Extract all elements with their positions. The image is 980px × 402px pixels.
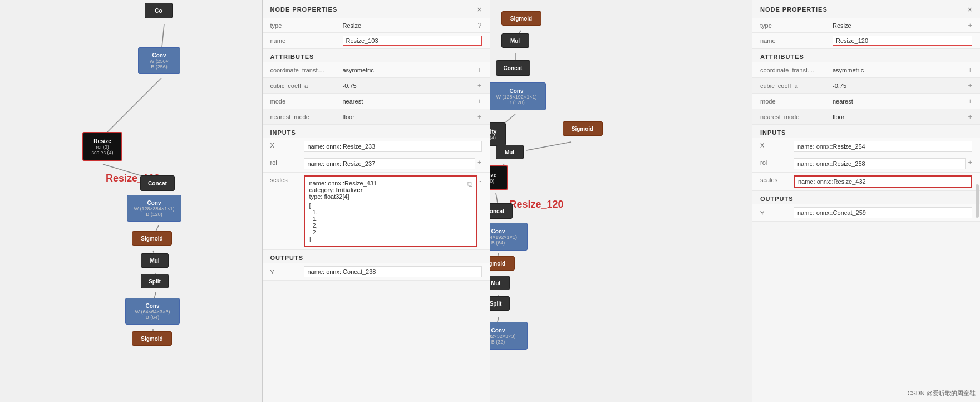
left-attr-value-1: -0.75 xyxy=(343,82,477,89)
left-scales-type: type: float32[4] xyxy=(309,193,472,200)
left-close-button[interactable]: × xyxy=(477,6,481,13)
node-co[interactable]: Co xyxy=(145,3,173,18)
left-graph-canvas: Co Conv W (256× B (256) Resize roi (0) s… xyxy=(0,0,262,402)
right-attr-plus-1[interactable]: + xyxy=(968,81,972,90)
right-name-input[interactable] xyxy=(833,36,972,46)
node-mul4[interactable]: Mul xyxy=(490,276,510,290)
left-input-scales-row: scales name: onnx::Resize_431 category: … xyxy=(263,173,490,250)
left-graph-panel: Co Conv W (256× B (256) Resize roi (0) s… xyxy=(0,0,262,402)
left-output-y-label: Y xyxy=(270,268,304,276)
left-attr-row-3: nearest_mode floor + xyxy=(263,109,490,125)
right-inputs-header: INPUTS xyxy=(752,125,980,138)
left-scales-values: [ 1, 1, 2, 2] xyxy=(309,202,472,242)
right-attr-label-3: nearest_mode xyxy=(760,114,833,120)
left-scales-minus-icon[interactable]: - xyxy=(479,175,481,185)
node-resize103[interactable]: Resize roi (0) scales (4) xyxy=(82,132,122,161)
right-graph-panel: Sigmoid Mul Concat Conv W (128×192×1×1) … xyxy=(490,0,752,402)
left-inputs-header: INPUTS xyxy=(263,125,490,138)
right-name-label: name xyxy=(760,37,833,44)
node-conv2[interactable]: Conv W (128×384×1×1) B (128) xyxy=(127,195,181,222)
node-conv6[interactable]: Conv W (32×32×3×3) B (32) xyxy=(490,322,528,350)
right-attr-value-0: asymmetric xyxy=(833,67,968,73)
right-input-scales-row: scales name: onnx::Resize_432 xyxy=(752,173,980,191)
node-sigmoid2[interactable]: Sigmoid xyxy=(132,331,172,346)
right-attr-row-1: cubic_coeff_a -0.75 + xyxy=(752,78,980,94)
right-props-title: NODE PROPERTIES xyxy=(760,6,828,13)
right-attr-value-1: -0.75 xyxy=(833,82,968,89)
left-attr-plus-3[interactable]: + xyxy=(477,112,482,121)
left-attr-value-2: nearest xyxy=(343,98,477,105)
right-name-row: name xyxy=(752,33,980,49)
left-copy-icon[interactable]: ⧉ xyxy=(467,180,472,189)
right-props-header: NODE PROPERTIES × xyxy=(752,0,980,18)
right-props-panel: NODE PROPERTIES × type Resize + name ATT… xyxy=(752,0,980,402)
right-input-x-label: X xyxy=(760,141,794,149)
right-attr-label-2: mode xyxy=(760,98,833,105)
node-mul3[interactable]: Mul xyxy=(496,145,524,159)
left-type-value: Resize xyxy=(343,22,478,29)
left-attr-label-0: coordinate_transf.... xyxy=(270,67,343,73)
right-input-roi-label: roi xyxy=(760,158,794,166)
resize120-label: Resize_120 xyxy=(510,199,564,210)
right-attr-row-0: coordinate_transf.... asymmetric + xyxy=(752,62,980,78)
left-attr-row-0: coordinate_transf.... asymmetric + xyxy=(263,62,490,78)
node-conv4[interactable]: Conv W (128×192×1×1) B (128) xyxy=(490,82,546,110)
left-scales-category: category: Initializer xyxy=(309,187,472,193)
left-attr-label-1: cubic_coeff_a xyxy=(270,82,343,89)
left-attr-plus-2[interactable]: + xyxy=(477,97,482,105)
node-conv3[interactable]: Conv W (64×64×3×3) B (64) xyxy=(125,298,180,325)
node-conv1[interactable]: Conv W (256× B (256) xyxy=(138,47,180,74)
right-attr-label-1: cubic_coeff_a xyxy=(760,82,833,89)
left-attributes-header: ATTRIBUTES xyxy=(263,49,490,62)
svg-line-1 xyxy=(103,78,161,136)
left-attr-plus-0[interactable]: + xyxy=(477,66,482,74)
right-input-roi-row: roi name: onnx::Resize_258 + xyxy=(752,155,980,173)
right-scales-box: name: onnx::Resize_432 xyxy=(794,175,972,188)
left-attr-value-0: asymmetric xyxy=(343,67,477,73)
left-input-roi-row: roi name: onnx::Resize_237 + xyxy=(263,155,490,173)
node-identity[interactable]: Identity input (4) xyxy=(490,122,506,146)
watermark: CSDN @爱听歌的周童鞋 xyxy=(908,389,976,398)
left-attr-label-2: mode xyxy=(270,98,343,105)
left-type-label: type xyxy=(270,22,343,29)
left-name-input[interactable] xyxy=(343,36,482,46)
right-close-button[interactable]: × xyxy=(968,6,972,13)
node-sigmoid5[interactable]: Sigmoid xyxy=(490,256,515,271)
node-mul1[interactable]: Mul xyxy=(141,253,169,268)
node-concat2[interactable]: Concat xyxy=(496,60,530,76)
right-attr-plus-0[interactable]: + xyxy=(968,66,972,74)
right-outputs-header: OUTPUTS xyxy=(752,191,980,204)
svg-line-21 xyxy=(526,142,571,150)
right-input-roi-value: name: onnx::Resize_258 xyxy=(794,158,966,169)
node-conv5[interactable]: Conv W (64×192×1×1) B (64) xyxy=(490,223,528,251)
left-input-roi-label: roi xyxy=(270,158,304,166)
left-props-title: NODE PROPERTIES xyxy=(270,6,338,13)
node-sigmoid3[interactable]: Sigmoid xyxy=(501,11,541,26)
left-output-y-value: name: onnx::Concat_238 xyxy=(304,266,482,277)
node-split1[interactable]: Split xyxy=(141,274,169,288)
right-attr-value-2: nearest xyxy=(833,98,968,105)
node-mul2[interactable]: Mul xyxy=(501,33,529,48)
right-roi-plus-icon[interactable]: + xyxy=(968,158,972,166)
left-input-roi-value: name: onnx::Resize_237 xyxy=(304,158,475,169)
left-type-plus-icon: ? xyxy=(477,21,481,30)
right-attr-plus-2[interactable]: + xyxy=(968,97,972,105)
left-scales-name: name: onnx::Resize_431 xyxy=(309,180,472,187)
left-input-x-value: name: onnx::Resize_233 xyxy=(304,141,482,152)
left-scales-box: name: onnx::Resize_431 category: Initial… xyxy=(304,175,477,247)
node-sigmoid4[interactable]: Sigmoid xyxy=(563,121,603,136)
node-resize120[interactable]: Resize roi (0) xyxy=(490,165,508,190)
node-split2[interactable]: Split xyxy=(490,296,510,311)
left-roi-plus-icon[interactable]: + xyxy=(477,158,482,166)
right-output-y-label: Y xyxy=(760,209,794,217)
left-attr-plus-1[interactable]: + xyxy=(477,81,482,90)
right-attr-plus-3[interactable]: + xyxy=(968,112,972,121)
node-sigmoid1[interactable]: Sigmoid xyxy=(132,231,172,246)
right-type-plus-icon: + xyxy=(968,21,972,30)
node-concat1[interactable]: Concat xyxy=(140,175,175,191)
node-concat3[interactable]: Concat xyxy=(490,203,513,219)
right-input-x-value: name: onnx::Resize_254 xyxy=(794,141,972,152)
left-input-x-row: X name: onnx::Resize_233 xyxy=(263,138,490,155)
right-output-y-value: name: onnx::Concat_259 xyxy=(794,207,972,218)
right-type-value: Resize xyxy=(833,22,968,29)
